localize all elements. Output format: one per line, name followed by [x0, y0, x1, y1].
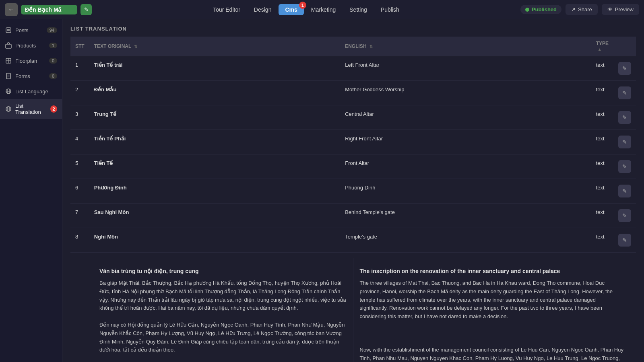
row-action: ✎ — [613, 228, 636, 253]
table-row: 8 Nghi Môn Temple's gate text ✎ — [70, 228, 636, 253]
sort-english-icon: ⇅ — [369, 44, 373, 49]
row-action: ✎ — [613, 154, 636, 179]
row-original: Tiền Tế — [89, 154, 341, 179]
share-icon: ↗ — [571, 6, 576, 12]
row-english: Front Altar — [340, 154, 591, 179]
edit-row-button[interactable]: ✎ — [618, 136, 631, 148]
table-row: 5 Tiền Tế Front Altar text ✎ — [70, 154, 636, 179]
row-english: Temple's gate — [340, 228, 591, 253]
row-action: ✎ — [613, 56, 636, 81]
main-content: LIST TRANSLATION STT TEXT ORIGINAL ⇅ ENG… — [62, 19, 644, 362]
table-row: 3 Trung Tế Central Altar text ✎ — [70, 105, 636, 130]
expanded-left-title: Văn bia trùng tu nội điện, trung cung — [99, 268, 347, 274]
tab-publish[interactable]: Publish — [374, 4, 406, 15]
tab-marketing[interactable]: Marketing — [305, 4, 342, 15]
list-translation-icon — [5, 105, 12, 113]
sidebar-item-products[interactable]: Products 1 — [0, 38, 62, 53]
col-header-type[interactable]: TYPE ▲ — [591, 37, 613, 56]
col-header-english[interactable]: ENGLISH ⇅ — [340, 37, 591, 56]
row-original: Sau Nghi Môn — [89, 204, 341, 228]
topbar: ← ✎ Tour Editor Design Cms 1 Marketing S… — [0, 0, 644, 19]
table-row: 1 Tiền Tế trái Left Front Altar text ✎ — [70, 56, 636, 81]
eye-icon: 👁 — [607, 6, 613, 12]
expanded-right-title: The inscription on the renovation of the… — [360, 268, 625, 274]
row-num: 1 — [70, 56, 89, 81]
row-type: text — [591, 204, 613, 228]
tab-design[interactable]: Design — [248, 4, 278, 15]
row-action: ✎ — [613, 81, 636, 105]
tab-tour-editor[interactable]: Tour Editor — [206, 4, 247, 15]
col-header-original[interactable]: TEXT ORIGINAL ⇅ — [89, 37, 341, 56]
list-language-icon — [5, 88, 12, 95]
row-type: text — [591, 105, 613, 130]
row-action: ✎ — [613, 204, 636, 228]
sidebar: Posts 94 Products 1 Floorplan 0 Forms 0 — [0, 19, 62, 362]
row-original: Trung Tế — [89, 105, 341, 130]
sidebar-item-list-language[interactable]: List Language — [0, 84, 62, 99]
row-num: 5 — [70, 154, 89, 179]
sort-original-icon: ⇅ — [134, 44, 137, 49]
edit-row-button[interactable]: ✎ — [618, 209, 631, 222]
row-type: text — [591, 81, 613, 105]
back-button[interactable]: ← — [5, 3, 18, 16]
edit-row-button[interactable]: ✎ — [618, 111, 631, 124]
edit-row-button[interactable]: ✎ — [618, 185, 631, 197]
row-type: text — [591, 56, 613, 81]
edit-row-button[interactable]: ✎ — [618, 86, 631, 99]
row-original: Đền Mẫu — [89, 81, 341, 105]
section-title: LIST TRANSLATION — [62, 19, 644, 37]
row-original: Tiền Tế Phải — [89, 130, 341, 154]
sort-type-icon: ▲ — [598, 47, 602, 51]
col-header-action — [613, 37, 636, 56]
expanded-content: Văn bia trùng tu nội điện, trung cung Ba… — [75, 258, 631, 362]
published-dot — [525, 8, 529, 12]
preview-button[interactable]: 👁 Preview — [602, 4, 639, 15]
row-english: Right Front Altar — [340, 130, 591, 154]
row-english: Mother Goddess Worship — [340, 81, 591, 105]
tab-cms[interactable]: Cms 1 — [279, 4, 303, 15]
sidebar-item-floorplan[interactable]: Floorplan 0 — [0, 53, 62, 68]
layout: Posts 94 Products 1 Floorplan 0 Forms 0 — [0, 19, 644, 362]
edit-row-button[interactable]: ✎ — [618, 160, 631, 173]
cms-badge: 1 — [299, 2, 306, 9]
row-num: 2 — [70, 81, 89, 105]
row-action: ✎ — [613, 179, 636, 204]
expanded-right-text: The three villages of Mat Thai, Bac Thuo… — [360, 279, 625, 362]
row-english: Left Front Altar — [340, 56, 591, 81]
tab-setting[interactable]: Setting — [343, 4, 374, 15]
table-row: 6 Phương Đình Phuong Dinh text ✎ — [70, 179, 636, 204]
topbar-right: Published ↗ Share 👁 Preview — [520, 4, 639, 15]
sidebar-item-forms[interactable]: Forms 0 — [0, 68, 62, 84]
translation-table: STT TEXT ORIGINAL ⇅ ENGLISH ⇅ TYPE ▲ — [70, 37, 636, 362]
row-original: Nghi Môn — [89, 228, 341, 253]
row-type: text — [591, 228, 613, 253]
edit-row-button[interactable]: ✎ — [618, 234, 631, 247]
row-num: 3 — [70, 105, 89, 130]
row-num: 6 — [70, 179, 89, 204]
sidebar-item-list-translation[interactable]: List Translation 2 — [0, 99, 62, 119]
posts-icon — [5, 27, 12, 34]
row-num: 8 — [70, 228, 89, 253]
row-num: 4 — [70, 130, 89, 154]
project-name-input[interactable] — [21, 5, 77, 14]
row-type: text — [591, 154, 613, 179]
svg-rect-0 — [6, 28, 11, 33]
share-button[interactable]: ↗ Share — [566, 4, 598, 15]
row-english: Central Altar — [340, 105, 591, 130]
edit-row-button[interactable]: ✎ — [618, 62, 631, 75]
expanded-row: Văn bia trùng tu nội điện, trung cung Ba… — [70, 253, 636, 362]
list-translation-badge: 2 — [50, 105, 57, 113]
expanded-left-text: Ba giáp Mặt Thái, Bắc Thượng, Bắc Hạ phư… — [99, 279, 347, 354]
sidebar-item-posts[interactable]: Posts 94 — [0, 23, 62, 38]
row-original: Tiền Tế trái — [89, 56, 341, 81]
row-type: text — [591, 179, 613, 204]
edit-project-button[interactable]: ✎ — [80, 4, 92, 15]
row-original: Phương Đình — [89, 179, 341, 204]
table-row: 7 Sau Nghi Môn Behind Temple's gate text… — [70, 204, 636, 228]
row-action: ✎ — [613, 105, 636, 130]
translation-table-wrap: STT TEXT ORIGINAL ⇅ ENGLISH ⇅ TYPE ▲ — [62, 37, 644, 362]
expanded-right: The inscription on the renovation of the… — [353, 258, 632, 362]
floorplan-icon — [5, 57, 12, 64]
row-action: ✎ — [613, 130, 636, 154]
row-num: 7 — [70, 204, 89, 228]
